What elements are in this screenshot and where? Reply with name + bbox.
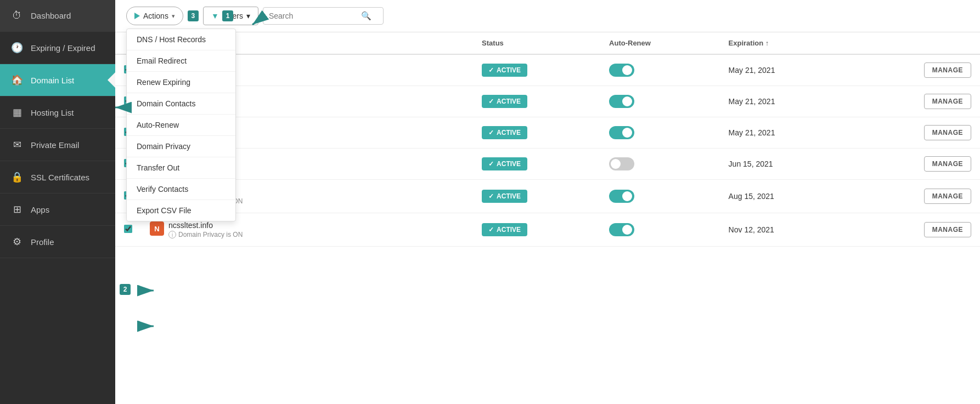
table-row: Nnctest.us✓ ACTIVEJun 15, 2021MANAGE — [115, 149, 980, 180]
chevron-down-icon: ▾ — [172, 13, 175, 20]
sidebar-item-hosting-list[interactable]: ▦ Hosting List — [0, 96, 115, 129]
domain-logo: N — [150, 221, 164, 236]
sidebar-item-label: Hosting List — [31, 108, 74, 117]
dropdown-verify-contacts[interactable]: Verify Contacts — [127, 179, 235, 200]
table-header-row: Status Auto-Renew Expiration ↑ — [115, 32, 980, 54]
manage-button[interactable]: MANAGE — [924, 125, 971, 140]
manage-button[interactable]: MANAGE — [924, 189, 971, 204]
sidebar-item-label: Dashboard — [31, 11, 71, 20]
table-row: NDomain Privacy is ON✓ ACTIVEMay 21, 202… — [115, 117, 980, 149]
status-badge: ✓ ACTIVE — [482, 95, 527, 108]
status-badge: ✓ ACTIVE — [482, 190, 527, 203]
manage-button[interactable]: MANAGE — [924, 156, 971, 172]
main-content: 1 Actions ▾ 3 ▼ Filters ▾ 🔍 DNS / Host R… — [115, 0, 980, 404]
domain-table: Status Auto-Renew Expiration ↑ NDomain P… — [115, 32, 980, 247]
sidebar-item-dashboard[interactable]: ⏱ Dashboard — [0, 0, 115, 32]
dropdown-domain-contacts[interactable]: Domain Contacts — [127, 93, 235, 115]
status-badge: ✓ ACTIVE — [482, 64, 527, 77]
domain-name[interactable]: ncssltest.info — [168, 221, 243, 230]
dropdown-email-redirect[interactable]: Email Redirect — [127, 50, 235, 72]
auto-renew-toggle[interactable] — [609, 64, 634, 77]
sidebar: ⏱ Dashboard 🕐 Expiring / Expired 🏠 Domai… — [0, 0, 115, 404]
play-icon — [134, 13, 140, 19]
expiration-date: Aug 15, 2021 — [720, 180, 849, 213]
status-badge: ✓ ACTIVE — [482, 157, 527, 170]
sidebar-item-ssl[interactable]: 🔒 SSL Certificates — [0, 161, 115, 194]
table-row: Nncssltest.infoiDomain Privacy is ON✓ AC… — [115, 213, 980, 247]
dropdown-transfer-out[interactable]: Transfer Out — [127, 157, 235, 179]
auto-renew-toggle[interactable] — [609, 190, 634, 203]
expiration-date: Jun 15, 2021 — [720, 149, 849, 180]
auto-renew-toggle[interactable] — [609, 223, 634, 236]
lock-icon: 🔒 — [11, 171, 23, 183]
auto-renew-toggle[interactable] — [609, 157, 634, 170]
sidebar-item-apps[interactable]: ⊞ Apps — [0, 194, 115, 226]
status-badge: ✓ ACTIVE — [482, 223, 527, 236]
hosting-icon: ▦ — [11, 106, 23, 118]
expiring-icon: 🕐 — [11, 42, 23, 54]
actions-dropdown: DNS / Host Records Email Redirect Renew … — [126, 29, 236, 221]
search-box[interactable]: 🔍 — [263, 7, 384, 25]
dropdown-dns[interactable]: DNS / Host Records — [127, 29, 235, 50]
status-badge: ✓ ACTIVE — [482, 126, 527, 139]
sidebar-item-label: Profile — [31, 237, 54, 247]
col-expiration[interactable]: Expiration ↑ — [720, 32, 849, 54]
dropdown-export-csv[interactable]: Export CSV File — [127, 200, 235, 221]
sidebar-item-label: SSL Certificates — [31, 173, 89, 182]
filter-icon: ▼ — [211, 12, 219, 20]
sidebar-item-expiring[interactable]: 🕐 Expiring / Expired — [0, 32, 115, 64]
expiration-date: Nov 12, 2021 — [720, 213, 849, 247]
manage-button[interactable]: MANAGE — [924, 62, 971, 78]
dropdown-auto-renew[interactable]: Auto-Renew — [127, 115, 235, 136]
table-row: NDomain Privacy is ON✓ ACTIVEMay 21, 202… — [115, 86, 980, 117]
annotation-badge-3: 3 — [188, 10, 199, 21]
active-arrow — [108, 72, 115, 88]
info-icon: i — [168, 231, 176, 238]
sidebar-item-label: Private Email — [31, 140, 79, 150]
chevron-down-icon: ▾ — [246, 12, 250, 20]
domain-table-container: Status Auto-Renew Expiration ↑ NDomain P… — [115, 32, 980, 404]
auto-renew-toggle[interactable] — [609, 95, 634, 108]
apps-icon: ⊞ — [11, 203, 23, 215]
sidebar-item-domain-list[interactable]: 🏠 Domain List — [0, 64, 115, 96]
home-icon: 🏠 — [11, 74, 23, 86]
col-autorenew: Auto-Renew — [600, 32, 720, 54]
col-status: Status — [473, 32, 600, 54]
annotation-badge-1: 1 — [222, 10, 233, 21]
table-row: NDomain Privacy is ON✓ ACTIVEMay 21, 202… — [115, 54, 980, 86]
actions-label: Actions — [143, 12, 168, 20]
dropdown-domain-privacy[interactable]: Domain Privacy — [127, 136, 235, 157]
expiration-date: May 21, 2021 — [720, 86, 849, 117]
search-input[interactable] — [269, 12, 357, 20]
expiration-date: May 21, 2021 — [720, 117, 849, 149]
privacy-text: Domain Privacy is ON — [178, 231, 243, 238]
dashboard-icon: ⏱ — [11, 10, 23, 21]
sidebar-item-label: Apps — [31, 205, 49, 214]
sidebar-item-label: Domain List — [31, 76, 74, 85]
sidebar-item-profile[interactable]: ⚙ Profile — [0, 226, 115, 258]
col-actions — [849, 32, 980, 54]
sidebar-item-label: Expiring / Expired — [31, 43, 95, 53]
manage-button[interactable]: MANAGE — [924, 222, 971, 237]
annotation-badge-2: 2 — [120, 284, 131, 295]
auto-renew-toggle[interactable] — [609, 126, 634, 139]
actions-button[interactable]: Actions ▾ — [126, 7, 183, 25]
toolbar: 1 Actions ▾ 3 ▼ Filters ▾ 🔍 DNS / Host R… — [115, 0, 980, 32]
manage-button[interactable]: MANAGE — [924, 94, 971, 109]
table-row: Nnctest.infoiDomain Privacy is ON✓ ACTIV… — [115, 180, 980, 213]
email-icon: ✉ — [11, 139, 23, 151]
sidebar-item-private-email[interactable]: ✉ Private Email — [0, 129, 115, 161]
expiration-date: May 21, 2021 — [720, 54, 849, 86]
search-icon: 🔍 — [361, 11, 371, 21]
row-checkbox[interactable] — [124, 225, 132, 233]
dropdown-renew-expiring[interactable]: Renew Expiring — [127, 72, 235, 93]
gear-icon: ⚙ — [11, 236, 23, 248]
